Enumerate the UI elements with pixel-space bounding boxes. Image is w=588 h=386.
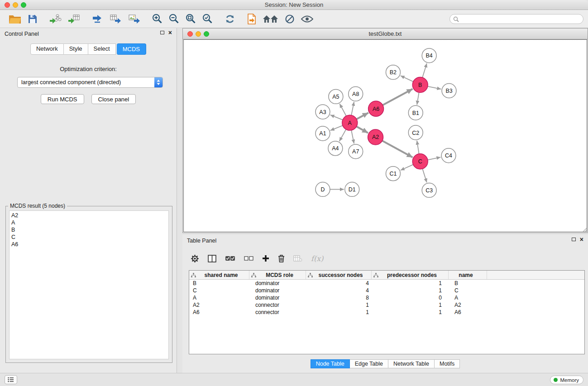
graph-edge-C-C1[interactable] (401, 165, 413, 171)
graph-edge-A2-C[interactable] (382, 141, 412, 157)
graph-edge-A-A6[interactable] (357, 113, 368, 119)
tab-select[interactable]: Select (88, 43, 116, 55)
deselect-all-columns-button[interactable] (244, 256, 253, 261)
column-header-predecessor-nodes[interactable]: predecessor nodes (372, 271, 449, 279)
graph-node-A4[interactable]: A4 (328, 141, 343, 156)
zoom-selected-button[interactable] (202, 14, 213, 24)
graph-edge-A-A4[interactable] (339, 129, 346, 141)
open-session-button[interactable] (9, 14, 21, 24)
apply-layout-button[interactable] (225, 14, 235, 24)
tab-network[interactable]: Network (30, 43, 64, 55)
style-circle-button[interactable] (285, 14, 295, 24)
close-panel-button[interactable]: Close panel (91, 94, 136, 104)
table-row[interactable]: A2connector11A2 (189, 301, 584, 309)
graph-edge-B-B4[interactable] (422, 63, 427, 77)
table-row[interactable]: A6connector11A6 (189, 309, 584, 316)
graph-node-A7[interactable]: A7 (349, 144, 363, 159)
result-item[interactable]: A (10, 219, 168, 226)
function-builder-button[interactable]: f(x) (311, 254, 323, 263)
select-all-columns-button[interactable] (225, 256, 235, 261)
zoom-in-button[interactable] (152, 14, 163, 24)
graph-edge-A-A5[interactable] (339, 104, 346, 116)
result-item[interactable]: A2 (10, 212, 168, 219)
graph-node-D1[interactable]: D1 (345, 182, 359, 197)
graph-node-A5[interactable]: A5 (329, 89, 343, 104)
graph-node-A6[interactable]: A6 (368, 101, 384, 116)
graph-node-C3[interactable]: C3 (422, 183, 436, 198)
column-header-shared-name[interactable]: shared name (189, 271, 249, 279)
result-item[interactable]: B (10, 226, 168, 234)
resize-grip[interactable] (582, 227, 587, 232)
graph-node-C1[interactable]: C1 (386, 167, 400, 181)
graph-node-A2[interactable]: A2 (368, 129, 383, 145)
panel-menu-button[interactable] (5, 375, 17, 384)
table-row[interactable]: Adominator80A (189, 294, 584, 301)
tab-mcds[interactable]: MCDS (117, 43, 146, 55)
graph-node-A8[interactable]: A8 (349, 87, 363, 101)
graph-edge-A-A1[interactable] (330, 125, 343, 130)
float-panel-icon[interactable] (160, 31, 164, 34)
import-table-button[interactable] (68, 14, 80, 24)
export-table-button[interactable] (110, 14, 122, 24)
graph-edge-A-A2[interactable] (357, 126, 368, 133)
result-item[interactable]: C (10, 234, 168, 241)
tab-motifs[interactable]: Motifs (435, 359, 460, 368)
delete-column-button[interactable] (278, 254, 285, 262)
memory-indicator[interactable]: Memory (550, 376, 583, 384)
graph-node-C2[interactable]: C2 (408, 125, 423, 140)
run-mcds-button[interactable]: Run MCDS (41, 94, 84, 104)
show-columns-button[interactable] (208, 255, 216, 262)
column-header-name[interactable]: name (449, 271, 487, 279)
tab-network-table[interactable]: Network Table (388, 359, 435, 368)
graph-edge-B-B1[interactable] (417, 92, 419, 105)
graph-edge-A-A8[interactable] (351, 102, 354, 115)
table-row[interactable]: Cdominator41C (189, 287, 584, 294)
search-box[interactable] (449, 14, 583, 24)
graph-edge-C-C4[interactable] (428, 157, 441, 160)
tab-node-table[interactable]: Node Table (311, 359, 350, 368)
new-network-button[interactable] (92, 14, 103, 24)
graph-node-A[interactable]: A (342, 115, 358, 130)
graph-edge-A-A3[interactable] (330, 115, 343, 120)
graph-node-A1[interactable]: A1 (316, 126, 330, 141)
graph-edge-C-C2[interactable] (417, 141, 419, 154)
network-window-titlebar[interactable]: testGlobe.txt (183, 29, 588, 39)
create-column-button[interactable] (262, 255, 269, 262)
graph-node-B1[interactable]: B1 (408, 105, 423, 120)
table-settings-button[interactable] (191, 254, 199, 263)
graph-node-C[interactable]: C (412, 154, 428, 169)
zoom-out-button[interactable] (169, 14, 179, 24)
float-table-panel-icon[interactable] (572, 238, 576, 241)
graph-node-C4[interactable]: C4 (441, 148, 456, 163)
graph-edge-A-A7[interactable] (351, 130, 354, 144)
graph-node-B4[interactable]: B4 (422, 48, 436, 63)
graph-node-B[interactable]: B (412, 77, 428, 93)
tab-edge-table[interactable]: Edge Table (350, 359, 388, 368)
graph-edge-C-C3[interactable] (422, 169, 427, 182)
import-network-button[interactable] (49, 14, 62, 24)
graph-node-B2[interactable]: B2 (386, 65, 400, 80)
search-input[interactable] (461, 15, 583, 23)
mcds-result-list[interactable]: A2ABCA6 (9, 210, 169, 359)
tab-style[interactable]: Style (64, 43, 88, 55)
export-image-button[interactable] (128, 14, 140, 24)
graph-node-A3[interactable]: A3 (316, 105, 330, 119)
save-session-button[interactable] (28, 14, 38, 24)
graph-node-B3[interactable]: B3 (442, 84, 456, 98)
zoom-fit-button[interactable] (186, 14, 196, 24)
column-header-successor-nodes[interactable]: successor nodes (306, 271, 372, 279)
close-table-panel-icon[interactable]: × (580, 237, 583, 242)
home-button[interactable] (263, 14, 278, 24)
result-item[interactable]: A6 (10, 241, 168, 248)
delete-table-button[interactable] (293, 255, 302, 262)
table-row[interactable]: Bdominator41B (189, 280, 584, 287)
graph-node-D[interactable]: D (316, 182, 330, 197)
close-panel-icon[interactable]: × (168, 30, 172, 35)
session-document-button[interactable] (247, 14, 256, 24)
optimization-criterion-select[interactable]: largest connected component (directed) (17, 77, 163, 88)
titlebar[interactable]: Session: New Session (0, 0, 588, 10)
graph-edge-B-B2[interactable] (401, 76, 413, 81)
column-header-mcds-role[interactable]: MCDS role (249, 271, 306, 279)
show-details-button[interactable] (301, 15, 313, 23)
graph-edge-A6-B[interactable] (382, 89, 412, 105)
